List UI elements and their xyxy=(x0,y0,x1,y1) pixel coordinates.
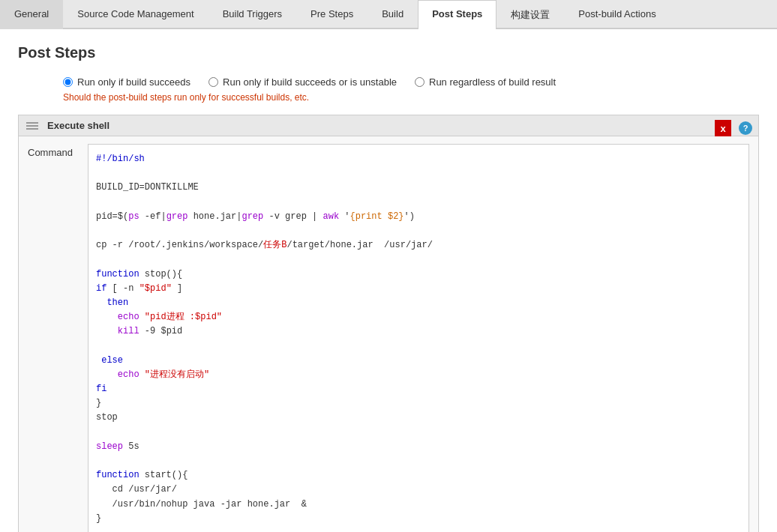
drag-handle[interactable] xyxy=(26,122,38,130)
tab-bar: General Source Code Management Build Tri… xyxy=(0,0,777,29)
tab-pre-steps[interactable]: Pre Steps xyxy=(296,0,368,29)
radio-group: Run only if build succeeds Run only if b… xyxy=(18,76,759,88)
radio-option-unstable[interactable]: Run only if build succeeds or is unstabl… xyxy=(208,76,397,88)
radio-success-label: Run only if build succeeds xyxy=(77,76,190,88)
tab-source-code-management[interactable]: Source Code Management xyxy=(63,0,208,29)
radio-unstable-label: Run only if build succeeds or is unstabl… xyxy=(223,76,397,88)
radio-regardless-label: Run regardless of build result xyxy=(429,76,556,88)
tab-build-settings[interactable]: 构建设置 xyxy=(496,0,564,29)
radio-option-success[interactable]: Run only if build succeeds xyxy=(63,76,190,88)
close-button[interactable]: x xyxy=(715,120,731,136)
shell-panel-title: Execute shell xyxy=(47,120,751,131)
radio-unstable[interactable] xyxy=(208,77,218,87)
shell-panel-header: Execute shell xyxy=(19,115,758,136)
tab-post-build-actions[interactable]: Post-build Actions xyxy=(564,0,670,29)
hint-text: Should the post-build steps run only for… xyxy=(18,92,759,103)
tab-build-triggers[interactable]: Build Triggers xyxy=(208,0,296,29)
code-area[interactable]: #!/bin/sh BUILD_ID=DONTKILLME pid=$(ps -… xyxy=(88,144,749,532)
help-icon[interactable]: ? xyxy=(739,121,752,135)
execute-shell-panel: Execute shell x ? Command #!/bin/sh BUIL… xyxy=(18,115,759,532)
radio-option-regardless[interactable]: Run regardless of build result xyxy=(415,76,556,88)
radio-success[interactable] xyxy=(63,77,73,87)
page-title: Post Steps xyxy=(18,44,759,61)
tab-build[interactable]: Build xyxy=(368,0,418,29)
tab-general[interactable]: General xyxy=(0,0,63,29)
command-row: Command #!/bin/sh BUILD_ID=DONTKILLME pi… xyxy=(19,136,758,532)
main-content: Post Steps Run only if build succeeds Ru… xyxy=(0,29,777,532)
tab-post-steps[interactable]: Post Steps xyxy=(418,0,496,29)
command-label: Command xyxy=(28,144,88,532)
radio-regardless[interactable] xyxy=(415,77,424,87)
